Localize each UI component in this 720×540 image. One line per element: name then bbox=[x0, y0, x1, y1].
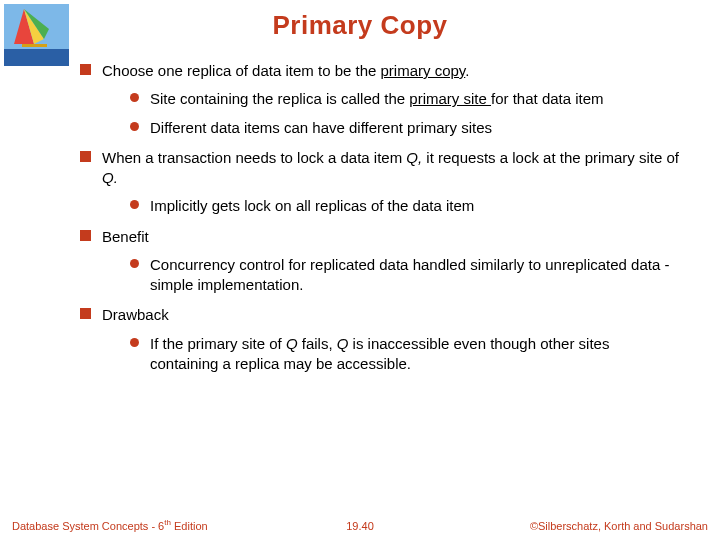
slide-body: Choose one replica of data item to be th… bbox=[0, 41, 720, 374]
italic-q: Q bbox=[337, 335, 353, 352]
text: Choose one replica of data item to be th… bbox=[102, 62, 381, 79]
text: When a transaction needs to lock a data … bbox=[102, 149, 406, 166]
sub-benefit-detail: Concurrency control for replicated data … bbox=[130, 255, 680, 296]
bullet-transaction-lock: When a transaction needs to lock a data … bbox=[80, 148, 680, 217]
text: Database System Concepts - 6 bbox=[12, 520, 164, 532]
text: for that data item bbox=[491, 90, 604, 107]
bullet-benefit: Benefit Concurrency control for replicat… bbox=[80, 227, 680, 296]
svg-rect-1 bbox=[4, 49, 69, 66]
bullet-drawback: Drawback If the primary site of Q fails,… bbox=[80, 305, 680, 374]
superscript: th bbox=[164, 518, 171, 527]
sub-primary-site: Site containing the replica is called th… bbox=[130, 89, 680, 109]
underline-primary-site: primary site bbox=[409, 90, 491, 107]
text: Benefit bbox=[102, 228, 149, 245]
text: Edition bbox=[171, 520, 208, 532]
text: it requests a lock at the primary site o… bbox=[426, 149, 679, 166]
footer-left: Database System Concepts - 6th Edition bbox=[12, 518, 208, 532]
text: fails, bbox=[302, 335, 337, 352]
italic-q: Q. bbox=[102, 169, 118, 186]
slide-title: Primary Copy bbox=[0, 0, 720, 41]
svg-rect-2 bbox=[22, 44, 47, 47]
footer-copyright: ©Silberschatz, Korth and Sudarshan bbox=[530, 520, 708, 532]
sub-drawback-detail: If the primary site of Q fails, Q is ina… bbox=[130, 334, 680, 375]
footer-page-number: 19.40 bbox=[346, 520, 374, 532]
sub-different-items: Different data items can have different … bbox=[130, 118, 680, 138]
text: Site containing the replica is called th… bbox=[150, 90, 409, 107]
italic-q: Q bbox=[286, 335, 302, 352]
sub-implicit-lock: Implicitly gets lock on all replicas of … bbox=[130, 196, 680, 216]
italic-q: Q, bbox=[406, 149, 426, 166]
sailboat-logo-icon bbox=[4, 4, 69, 66]
text: Drawback bbox=[102, 306, 169, 323]
text: . bbox=[465, 62, 469, 79]
text: If the primary site of bbox=[150, 335, 286, 352]
bullet-choose-replica: Choose one replica of data item to be th… bbox=[80, 61, 680, 138]
underline-primary-copy: primary copy bbox=[381, 62, 466, 79]
